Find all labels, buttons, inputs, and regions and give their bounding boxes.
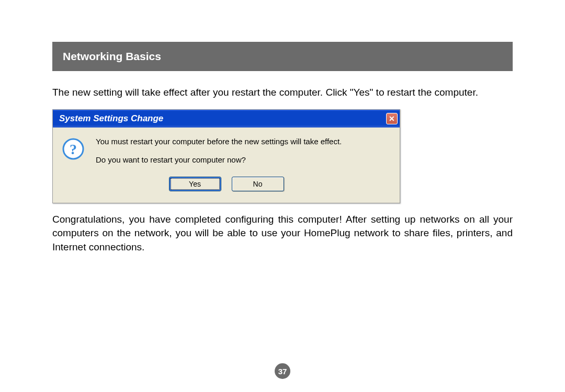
dialog-message-1: You must restart your computer before th… — [96, 137, 390, 146]
section-header: Networking Basics — [52, 42, 513, 71]
close-icon: ✕ — [389, 114, 395, 123]
dialog-titlebar[interactable]: System Settings Change ✕ — [53, 110, 400, 128]
dialog-button-row: Yes No — [53, 171, 400, 203]
yes-button[interactable]: Yes — [169, 177, 221, 191]
svg-text:?: ? — [70, 141, 77, 157]
dialog-messages: You must restart your computer before th… — [96, 137, 390, 164]
system-dialog: System Settings Change ✕ ? You must rest… — [52, 109, 400, 203]
page-number: 37 — [275, 363, 290, 379]
dialog-message-2: Do you want to restart your computer now… — [96, 155, 390, 164]
no-button[interactable]: No — [232, 177, 284, 191]
dialog-body: ? You must restart your computer before … — [53, 128, 400, 171]
outro-paragraph: Congratulations, you have completed conf… — [52, 213, 513, 255]
intro-paragraph: The new setting will take effect after y… — [52, 86, 513, 100]
dialog-title: System Settings Change — [59, 113, 163, 124]
close-button[interactable]: ✕ — [386, 113, 398, 124]
page-number-value: 37 — [278, 367, 287, 376]
question-icon: ? — [62, 138, 84, 162]
document-page: Networking Basics The new setting will t… — [0, 0, 565, 254]
section-title: Networking Basics — [63, 50, 161, 62]
